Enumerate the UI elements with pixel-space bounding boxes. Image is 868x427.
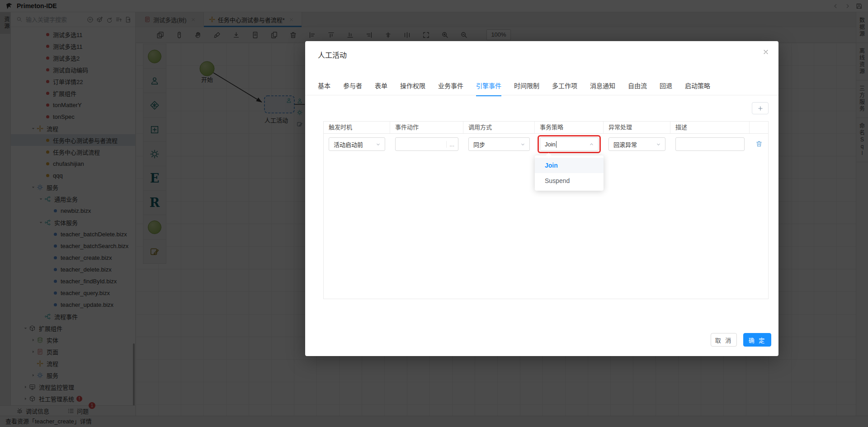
dropdown-options: JoinSuspend <box>535 158 604 188</box>
ok-button[interactable]: 确 定 <box>743 333 771 347</box>
description-cell <box>670 134 750 155</box>
chevron-down-icon <box>656 141 661 147</box>
dialog-tab[interactable]: 时间限制 <box>514 81 539 96</box>
column-header: 调用方式 <box>463 122 535 133</box>
engine-events-table: 触发时机事件动作调用方式事务策略异常处理描述 活动启动前 ... 同步 <box>323 121 769 299</box>
column-header: 事务策略 <box>535 122 604 133</box>
trigger-cell: 活动启动前 <box>324 134 390 155</box>
chevron-down-icon <box>375 141 381 147</box>
invoke-select[interactable]: 同步 <box>468 137 530 151</box>
action-input-group: ... <box>395 137 458 151</box>
table-header: 触发时机事件动作调用方式事务策略异常处理描述 <box>324 122 768 134</box>
dialog-tab[interactable]: 回退 <box>660 81 672 96</box>
exception-select[interactable]: 回滚异常 <box>609 137 665 151</box>
chevron-up-icon <box>589 141 594 147</box>
dropdown-option[interactable]: Join <box>535 158 604 173</box>
tabs-divider <box>305 95 778 95</box>
cancel-button[interactable]: 取 消 <box>711 333 737 347</box>
dialog-tab[interactable]: 引擎事件 <box>476 81 501 96</box>
dialog-footer: 取 消 确 定 <box>711 333 771 347</box>
text-cursor <box>556 141 557 148</box>
dialog-tab[interactable]: 参与者 <box>343 81 362 96</box>
action-input[interactable] <box>400 141 444 148</box>
dropdown-option[interactable]: Suspend <box>535 173 604 188</box>
trash-icon <box>755 140 763 147</box>
chevron-down-icon <box>520 141 526 147</box>
dialog-title: 人工活动 <box>318 49 347 60</box>
dialog-tab[interactable]: 消息通知 <box>590 81 615 96</box>
invoke-cell: 同步 <box>463 134 535 155</box>
strategy-cell: Join <box>535 134 604 155</box>
dialog-tabs: 基本参与者表单操作权限业务事件引擎事件时间限制多工作项消息通知自由流回退启动策略 <box>318 81 710 96</box>
description-input-wrap <box>675 137 745 151</box>
exception-value: 回滚异常 <box>613 140 637 149</box>
column-header: 事件动作 <box>390 122 463 133</box>
row-actions-cell <box>750 134 768 155</box>
delete-row-button[interactable] <box>755 140 763 149</box>
column-header: 描述 <box>670 122 750 133</box>
plus-icon <box>757 105 764 112</box>
column-header: 异常处理 <box>604 122 670 133</box>
table-row: 活动启动前 ... 同步 Join <box>324 134 768 155</box>
column-header: 触发时机 <box>324 122 390 133</box>
description-input[interactable] <box>680 141 741 148</box>
strategy-combobox[interactable]: Join <box>540 137 599 151</box>
dialog-tab[interactable]: 自由流 <box>628 81 647 96</box>
dialog-tab[interactable]: 多工作项 <box>552 81 577 96</box>
dialog-tab[interactable]: 业务事件 <box>438 81 463 96</box>
action-cell: ... <box>390 134 463 155</box>
action-more-button[interactable]: ... <box>446 141 454 148</box>
strategy-dropdown: JoinSuspend <box>535 155 604 191</box>
dialog-tab[interactable]: 表单 <box>375 81 387 96</box>
dialog-tab[interactable]: 基本 <box>318 81 330 96</box>
manual-activity-dialog: 人工活动 基本参与者表单操作权限业务事件引擎事件时间限制多工作项消息通知自由流回… <box>305 41 778 356</box>
invoke-value: 同步 <box>473 140 485 149</box>
trigger-value: 活动启动前 <box>334 140 363 149</box>
trigger-select[interactable]: 活动启动前 <box>329 137 385 151</box>
strategy-value: Join <box>545 141 556 148</box>
close-icon[interactable] <box>762 48 769 56</box>
dialog-tab[interactable]: 操作权限 <box>400 81 425 96</box>
add-row-button[interactable] <box>752 102 769 114</box>
column-header-actions <box>750 122 768 133</box>
exception-cell: 回滚异常 <box>604 134 670 155</box>
dialog-tab[interactable]: 启动策略 <box>685 81 710 96</box>
